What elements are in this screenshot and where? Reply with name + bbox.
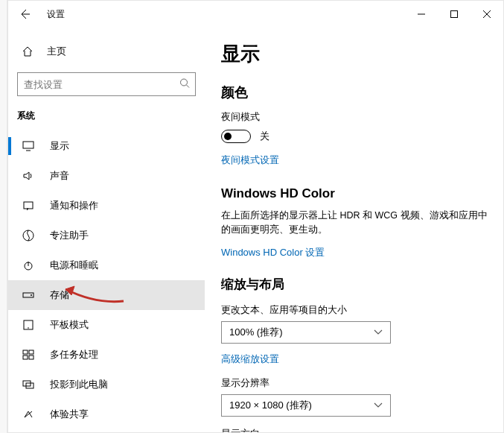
hdcolor-description: 在上面所选择的显示器上让 HDR 和 WCG 视频、游戏和应用中的画面更明亮、更…	[221, 209, 488, 237]
focus-icon	[22, 230, 35, 241]
window-title: 设置	[47, 8, 65, 21]
sidebar-item-label: 通知和操作	[50, 199, 98, 212]
night-mode-state: 关	[260, 130, 269, 143]
sidebar-item-share[interactable]: 体验共享	[8, 399, 205, 429]
sidebar-item-multitask[interactable]: 多任务处理	[8, 340, 205, 370]
sidebar-item-focus[interactable]: 专注助手	[8, 221, 205, 250]
night-mode-label: 夜间模式	[221, 110, 488, 124]
text-size-select[interactable]: 100% (推荐)	[221, 321, 391, 344]
sidebar-item-label: 投影到此电脑	[50, 378, 108, 391]
main-content: 显示 颜色 夜间模式 关 夜间模式设置 Windows HD Color 在上面…	[205, 28, 503, 432]
sidebar-item-sound[interactable]: 声音	[8, 161, 205, 191]
page-title: 显示	[221, 41, 488, 67]
notification-icon	[22, 200, 35, 211]
svg-point-6	[31, 294, 32, 296]
project-icon	[22, 379, 35, 390]
svg-point-1	[181, 79, 188, 86]
svg-point-8	[28, 327, 29, 329]
sidebar-home[interactable]: 主页	[8, 38, 205, 65]
power-icon	[22, 259, 35, 271]
svg-rect-9	[23, 350, 28, 354]
search-input[interactable]	[17, 72, 196, 96]
sidebar-item-storage[interactable]: 存储	[8, 280, 205, 310]
sidebar-item-display[interactable]: 显示	[8, 131, 205, 161]
resolution-select[interactable]: 1920 × 1080 (推荐)	[221, 394, 391, 417]
close-button[interactable]	[470, 2, 503, 26]
svg-rect-0	[451, 11, 458, 18]
back-button[interactable]	[13, 2, 36, 26]
text-size-label: 更改文本、应用等项目的大小	[221, 303, 488, 317]
advanced-scale-link[interactable]: 高级缩放设置	[221, 353, 279, 366]
sidebar-home-label: 主页	[47, 45, 66, 58]
sidebar-item-label: 平板模式	[50, 318, 89, 332]
svg-rect-3	[24, 202, 33, 209]
night-mode-toggle[interactable]	[221, 130, 251, 143]
sidebar: 主页 系统 显示 声音	[8, 28, 205, 432]
night-mode-settings-link[interactable]: 夜间模式设置	[221, 154, 279, 167]
sidebar-item-notifications[interactable]: 通知和操作	[8, 191, 205, 221]
titlebar: 设置	[8, 1, 503, 28]
storage-icon	[22, 291, 35, 300]
sidebar-item-power[interactable]: 电源和睡眠	[8, 250, 205, 280]
share-icon	[22, 409, 35, 420]
sound-icon	[22, 171, 35, 181]
svg-rect-10	[29, 350, 34, 354]
home-icon	[22, 45, 34, 57]
minimize-button[interactable]	[405, 2, 438, 26]
section-hdcolor-heading: Windows HD Color	[221, 186, 488, 201]
sidebar-item-label: 体验共享	[50, 408, 89, 421]
sidebar-group-label: 系统	[8, 107, 205, 131]
hdcolor-settings-link[interactable]: Windows HD Color 设置	[221, 246, 325, 259]
orientation-label: 显示方向	[221, 427, 488, 433]
sidebar-item-label: 显示	[50, 139, 69, 153]
section-scale-heading: 缩放与布局	[221, 276, 488, 293]
svg-rect-11	[23, 355, 28, 359]
search-icon	[179, 78, 190, 91]
sidebar-item-label: 声音	[50, 169, 69, 183]
sidebar-item-label: 专注助手	[50, 229, 89, 242]
resolution-label: 显示分辨率	[221, 376, 488, 390]
text-size-value: 100% (推荐)	[229, 326, 283, 339]
display-icon	[22, 141, 35, 151]
section-color-heading: 颜色	[221, 83, 488, 101]
sidebar-item-label: 多任务处理	[50, 348, 98, 361]
chevron-down-icon	[374, 399, 383, 411]
sidebar-item-label: 存储	[50, 288, 69, 302]
maximize-button[interactable]	[438, 2, 470, 26]
resolution-value: 1920 × 1080 (推荐)	[229, 399, 312, 412]
svg-rect-12	[29, 355, 34, 359]
sidebar-item-project[interactable]: 投影到此电脑	[8, 370, 205, 399]
svg-rect-2	[23, 142, 34, 148]
sidebar-item-label: 电源和睡眠	[50, 259, 98, 272]
chevron-down-icon	[374, 326, 383, 338]
tablet-icon	[22, 320, 35, 330]
sidebar-item-tablet[interactable]: 平板模式	[8, 310, 205, 340]
multitask-icon	[22, 350, 35, 360]
